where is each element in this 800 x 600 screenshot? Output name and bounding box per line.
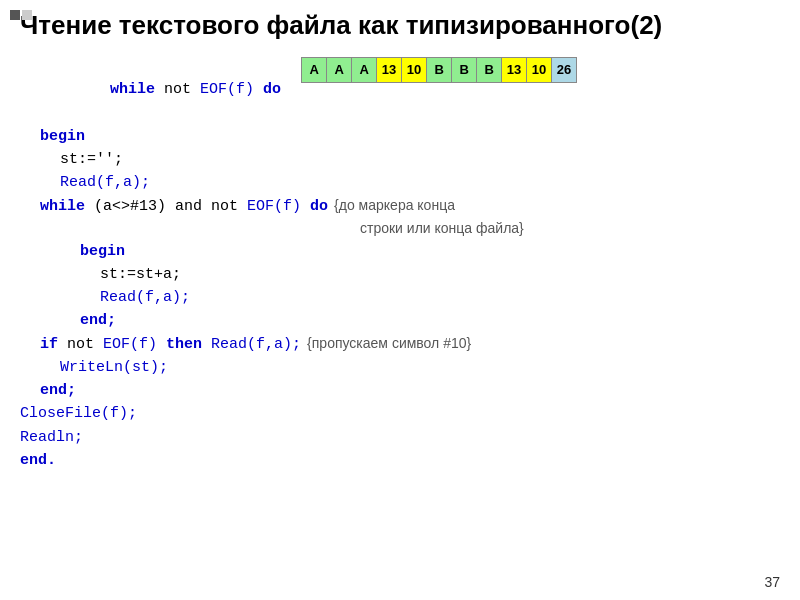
slide-title: Чтение текстового файла как типизированн… [20, 10, 780, 41]
kw-do-2-space [301, 195, 310, 218]
page-number: 37 [764, 574, 780, 590]
kw-end-3: end. [20, 449, 56, 472]
byte-cell: 10 [526, 57, 552, 83]
comment-skip: {пропускаем символ #10} [307, 333, 471, 355]
code-line-9: Read(f,a); [20, 286, 780, 309]
comment-line5: {до маркера конца [334, 195, 455, 217]
line-1: while not EOF(f) do AAA1310BBB131026 [20, 55, 780, 125]
kw-end-2: end; [40, 379, 76, 402]
code-line-5: while (a<>#13) and not EOF(f) do {до мар… [20, 195, 780, 218]
if-not: not [58, 333, 103, 356]
code-st-assign: st:=''; [60, 148, 123, 171]
code-line-14: CloseFile(f); [20, 402, 780, 425]
fn-readln: Readln; [20, 426, 83, 449]
kw-do-2: do [310, 195, 328, 218]
code-line-6: строки или конца файла} [20, 218, 780, 240]
byte-cell: B [426, 57, 452, 83]
fn-eof-3: EOF(f) [103, 333, 157, 356]
code-block: while not EOF(f) do AAA1310BBB131026 beg… [20, 55, 780, 472]
code-line-12: WriteLn(st); [20, 356, 780, 379]
deco-sq-1 [10, 10, 20, 20]
kw-if: if [40, 333, 58, 356]
content-area: while not EOF(f) do AAA1310BBB131026 beg… [20, 55, 780, 472]
code-line-8: st:=st+a; [20, 263, 780, 286]
kw-while-2: while [40, 195, 85, 218]
decorative-squares [10, 10, 32, 20]
kw-begin-1: begin [40, 125, 85, 148]
code-line-16: end. [20, 449, 780, 472]
then-space [157, 333, 166, 356]
code-line-2: begin [20, 125, 780, 148]
byte-cell: B [476, 57, 502, 83]
fn-closefile: CloseFile(f); [20, 402, 137, 425]
space-read [202, 333, 211, 356]
while-cond: (a<>#13) and not [85, 195, 247, 218]
deco-sq-2 [22, 10, 32, 20]
kw-end-1: end; [80, 309, 116, 332]
bytes-visualization: AAA1310BBB131026 [301, 57, 576, 83]
kw-then: then [166, 333, 202, 356]
kw-begin-2: begin [80, 240, 125, 263]
byte-cell: 13 [376, 57, 402, 83]
byte-cell: A [301, 57, 327, 83]
byte-cell: A [326, 57, 352, 83]
comment-continuation: строки или конца файла} [360, 220, 524, 236]
kw-do-1: do [263, 81, 281, 98]
byte-cell: B [451, 57, 477, 83]
fn-read-3: Read(f,a); [211, 333, 301, 356]
fn-eof-2: EOF(f) [247, 195, 301, 218]
code-line-10: end; [20, 309, 780, 332]
fn-read-1: Read(f,a); [60, 171, 150, 194]
kw-while-1: while [110, 81, 155, 98]
code-line-4: Read(f,a); [20, 171, 780, 194]
byte-cell: 13 [501, 57, 527, 83]
code-line-11: if not EOF(f) then Read(f,a); {пропускае… [20, 333, 780, 356]
code-line-1: while not EOF(f) do [20, 55, 281, 125]
byte-cell: A [351, 57, 377, 83]
code-st-st-a: st:=st+a; [100, 263, 181, 286]
fn-read-2: Read(f,a); [100, 286, 190, 309]
fn-eof-1: EOF(f) [200, 81, 254, 98]
fn-writeln: WriteLn(st); [60, 356, 168, 379]
code-line-15: Readln; [20, 426, 780, 449]
byte-cell: 10 [401, 57, 427, 83]
code-line-7: begin [20, 240, 780, 263]
byte-cell: 26 [551, 57, 577, 83]
code-line-13: end; [20, 379, 780, 402]
slide: Чтение текстового файла как типизированн… [0, 0, 800, 600]
code-line-3: st:=''; [20, 148, 780, 171]
